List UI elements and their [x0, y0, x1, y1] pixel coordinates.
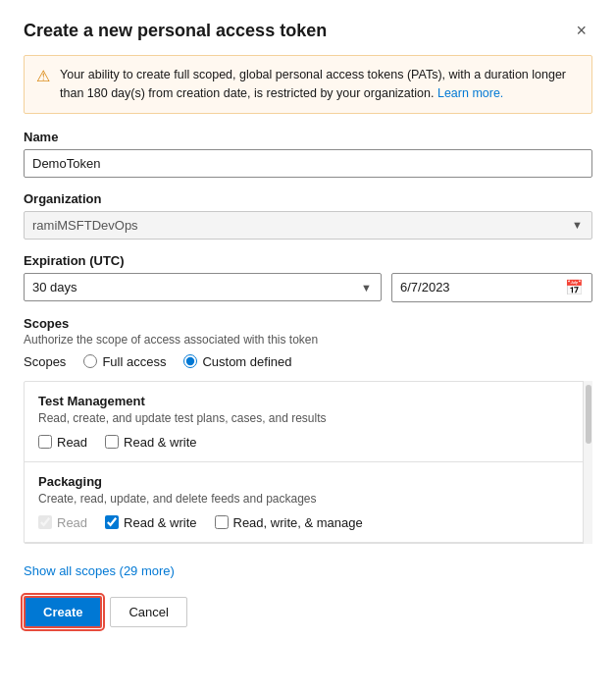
create-button[interactable]: Create [24, 596, 102, 628]
pkg-read-label: Read [57, 515, 87, 530]
test-management-title: Test Management [38, 394, 572, 408]
packaging-checkboxes: Read Read & write Read, write, & manage [38, 515, 572, 530]
tm-read-checkbox[interactable] [38, 435, 52, 449]
footer-actions: Create Cancel [24, 596, 592, 628]
create-token-dialog: Create a new personal access token × ⚠ Y… [0, 0, 616, 695]
scrollbar-thumb [586, 385, 591, 444]
show-all-scopes-link[interactable]: Show all scopes (29 more) [24, 563, 175, 578]
pkg-manage-option[interactable]: Read, write, & manage [215, 515, 363, 530]
name-label: Name [24, 130, 592, 144]
expiration-field-group: Expiration (UTC) 30 days ▼ 📅 [24, 253, 592, 302]
pkg-readwrite-label: Read & write [124, 515, 196, 530]
calendar-icon[interactable]: 📅 [565, 279, 584, 296]
pkg-read-option[interactable]: Read [38, 515, 87, 530]
pkg-readwrite-checkbox[interactable] [105, 515, 119, 529]
tm-readwrite-option[interactable]: Read & write [105, 435, 196, 450]
scopes-title: Scopes [24, 316, 592, 331]
duration-select[interactable]: 30 days [24, 273, 382, 301]
test-management-desc: Read, create, and update test plans, cas… [38, 411, 572, 425]
cancel-button[interactable]: Cancel [110, 597, 186, 627]
warning-icon: ⚠ [36, 67, 50, 85]
full-access-radio[interactable] [83, 354, 97, 368]
organization-select[interactable]: ramiMSFTDevOps [24, 211, 592, 240]
name-input[interactable] [24, 149, 592, 178]
pkg-readwrite-option[interactable]: Read & write [105, 515, 196, 530]
test-management-section: Test Management Read, create, and update… [25, 382, 591, 462]
scopes-options: Scopes Full access Custom defined [24, 354, 592, 369]
full-access-label: Full access [102, 354, 166, 369]
expiration-row: 30 days ▼ 📅 [24, 273, 592, 302]
tm-readwrite-label: Read & write [124, 435, 196, 450]
custom-defined-label: Custom defined [202, 354, 291, 369]
organization-label: Organization [24, 191, 592, 206]
pkg-manage-label: Read, write, & manage [233, 515, 363, 530]
expiration-label: Expiration (UTC) [24, 253, 592, 268]
date-input[interactable] [400, 280, 565, 294]
custom-defined-radio[interactable] [183, 354, 197, 368]
close-button[interactable]: × [570, 20, 592, 41]
organization-select-wrapper: ramiMSFTDevOps ▼ [24, 211, 592, 240]
packaging-title: Packaging [38, 474, 572, 489]
date-input-wrapper: 📅 [391, 273, 592, 302]
learn-more-link[interactable]: Learn more. [437, 86, 503, 100]
scopes-wrapper: Test Management Read, create, and update… [24, 381, 592, 544]
name-field-group: Name [24, 130, 592, 178]
packaging-section: Packaging Create, read, update, and dele… [25, 462, 591, 543]
test-management-checkboxes: Read Read & write [38, 435, 572, 450]
warning-text: Your ability to create full scoped, glob… [60, 66, 580, 103]
tm-read-label: Read [57, 435, 87, 450]
scopes-label: Scopes [24, 354, 66, 369]
scopes-container: Test Management Read, create, and update… [24, 381, 592, 544]
dialog-header: Create a new personal access token × [24, 20, 592, 41]
packaging-desc: Create, read, update, and delete feeds a… [38, 492, 572, 506]
duration-select-wrapper: 30 days ▼ [24, 273, 382, 302]
dialog-title: Create a new personal access token [24, 21, 327, 41]
full-access-option[interactable]: Full access [83, 354, 166, 369]
tm-read-option[interactable]: Read [38, 435, 87, 450]
pkg-read-checkbox[interactable] [38, 515, 52, 529]
tm-readwrite-checkbox[interactable] [105, 435, 119, 449]
scopes-description: Authorize the scope of access associated… [24, 333, 592, 347]
organization-field-group: Organization ramiMSFTDevOps ▼ [24, 191, 592, 240]
custom-defined-option[interactable]: Custom defined [183, 354, 291, 369]
warning-banner: ⚠ Your ability to create full scoped, gl… [24, 55, 592, 114]
scrollbar[interactable] [583, 381, 592, 544]
pkg-manage-checkbox[interactable] [215, 515, 229, 529]
scopes-section: Scopes Authorize the scope of access ass… [24, 316, 592, 369]
